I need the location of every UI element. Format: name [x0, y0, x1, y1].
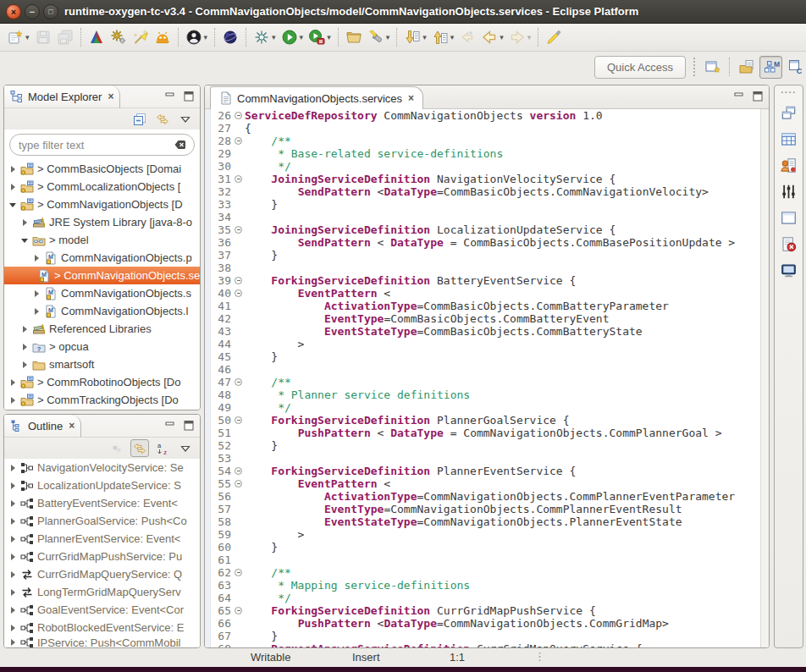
tree-item[interactable]: smartsoft [4, 355, 200, 373]
tree-item[interactable]: JRE System Library [java-8-o [4, 213, 200, 231]
minimize-view-icon[interactable] [732, 90, 746, 103]
table-view-button[interactable] [779, 129, 799, 149]
tree-item[interactable]: MCommNavigationObjects.s [4, 284, 200, 302]
code-editor[interactable]: 26ServiceDefRepository CommNavigationObj… [205, 109, 760, 647]
chevron-down-icon[interactable]: ▾ [327, 33, 331, 41]
build-button[interactable] [108, 27, 129, 47]
fold-marker-icon[interactable] [233, 173, 245, 185]
chevron-down-icon[interactable]: ▾ [386, 33, 390, 41]
debug-button[interactable]: ▾ [251, 27, 278, 47]
close-window-button[interactable]: × [6, 4, 21, 19]
previous-annotation-button[interactable]: ▾ [430, 27, 456, 47]
tree-item[interactable]: PlannerEventService: Event< [4, 530, 200, 548]
fold-marker-icon[interactable] [233, 223, 245, 236]
chevron-collapsed-icon[interactable] [8, 480, 19, 492]
maximize-view-icon[interactable] [182, 90, 196, 103]
chevron-down-icon[interactable]: ▾ [527, 33, 532, 41]
web-browser-button[interactable] [220, 27, 240, 47]
tree-item[interactable]: CurrGridMapQueryService: Q [4, 565, 200, 583]
cpp-perspective-button[interactable]: C [784, 56, 806, 79]
chevron-down-icon[interactable]: ▾ [204, 33, 208, 41]
close-icon[interactable]: × [108, 91, 113, 102]
sort-button[interactable]: az [153, 439, 172, 457]
tree-item[interactable]: > CommLocalizationObjects [ [4, 178, 200, 196]
chevron-down-icon[interactable]: ▾ [25, 33, 30, 41]
search-button[interactable]: ▾ [366, 27, 392, 47]
chevron-collapsed-icon[interactable] [19, 341, 31, 353]
tree-item[interactable]: ?> opcua [4, 338, 200, 355]
user-profile-button[interactable]: ▾ [184, 27, 210, 47]
chevron-collapsed-icon[interactable] [8, 587, 19, 598]
chevron-down-icon[interactable]: ▾ [300, 33, 304, 41]
close-icon[interactable]: × [408, 93, 414, 103]
tree-item[interactable]: PlannerGoalService: Push<Co [4, 512, 200, 530]
minimize-view-icon[interactable] [163, 419, 177, 432]
robot-button[interactable] [152, 27, 173, 47]
window-view-button[interactable] [779, 207, 799, 228]
chevron-collapsed-icon[interactable] [8, 515, 19, 527]
link-with-editor-button[interactable] [130, 439, 149, 457]
chevron-expanded-icon[interactable] [19, 234, 31, 246]
tree-item[interactable]: CurrGridMapPushService: Pu [4, 548, 200, 565]
chevron-collapsed-icon[interactable] [8, 394, 19, 406]
collapse-all-button[interactable] [130, 110, 149, 128]
filter-input[interactable] [17, 138, 174, 152]
tree-item[interactable]: GoalEventService: Event<Cor [4, 601, 200, 619]
chevron-collapsed-icon[interactable] [8, 551, 19, 563]
tree-item[interactable]: RobotBlockedEventService: E [4, 619, 200, 636]
chevron-collapsed-icon[interactable] [19, 359, 31, 371]
filters-view-button[interactable] [779, 181, 799, 201]
fold-marker-icon[interactable] [233, 135, 245, 147]
close-icon[interactable]: × [69, 421, 75, 431]
tree-item[interactable]: LongTermGridMapQueryServ [4, 583, 200, 601]
quick-access-button[interactable]: Quick Access [594, 56, 686, 79]
chevron-collapsed-icon[interactable] [8, 377, 19, 388]
chevron-collapsed-icon[interactable] [31, 252, 43, 264]
fast-view-bar-grip[interactable]: ···· [781, 88, 797, 96]
highlighter-button[interactable] [544, 27, 564, 47]
resource-perspective-button[interactable] [735, 56, 758, 79]
fold-marker-icon[interactable] [233, 465, 245, 477]
run-button[interactable]: ▾ [279, 27, 306, 47]
tree-item[interactable]: NavigationVelocityService: Se [4, 459, 200, 476]
modeling-perspective-button[interactable]: M [759, 56, 782, 79]
back-button[interactable]: ▾ [479, 27, 505, 47]
tree-item[interactable]: BatteryEventService: Event< [4, 494, 200, 512]
fold-marker-icon[interactable] [233, 109, 245, 122]
tree-item[interactable]: LocalizationUpdateService: S [4, 476, 200, 494]
tree-item[interactable]: MCommNavigationObjects.p [4, 249, 200, 267]
chevron-down-icon[interactable]: ▾ [450, 33, 455, 41]
chevron-collapsed-icon[interactable] [19, 323, 31, 335]
tab-outline[interactable]: Outline × [4, 415, 81, 438]
tree-item[interactable]: Referenced Libraries [4, 320, 200, 338]
chevron-collapsed-icon[interactable] [8, 181, 19, 193]
chevron-collapsed-icon[interactable] [8, 533, 19, 545]
tree-item[interactable]: > CommBasicObjects [Domai [4, 160, 200, 178]
minimize-window-button[interactable]: − [25, 4, 40, 19]
chevron-collapsed-icon[interactable] [31, 288, 43, 300]
tree-item[interactable]: > CommRobotinoObjects [Do [4, 373, 200, 391]
run-external-button[interactable]: ▾ [306, 27, 333, 47]
new-wizard-button[interactable]: ▾ [5, 27, 31, 47]
fold-marker-icon[interactable] [233, 414, 245, 427]
chevron-down-icon[interactable]: ▾ [500, 33, 504, 41]
fold-marker-icon[interactable] [233, 376, 245, 388]
smartmdsd-button[interactable] [86, 27, 107, 47]
overview-ruler[interactable] [760, 109, 769, 647]
chevron-collapsed-icon[interactable] [8, 498, 19, 510]
minimize-view-icon[interactable] [163, 90, 177, 103]
chevron-down-icon[interactable]: ▾ [422, 33, 427, 41]
chevron-collapsed-icon[interactable] [8, 163, 19, 175]
tree-item[interactable]: MCommNavigationObjects.l [4, 302, 200, 320]
chevron-collapsed-icon[interactable] [19, 217, 31, 229]
tree-item[interactable]: > CommNavigationObjects [D [4, 196, 200, 213]
tree-item[interactable]: > CommTrackingObjects [Do [4, 391, 200, 409]
fold-marker-icon[interactable] [233, 274, 245, 287]
error-log-view-button[interactable] [779, 234, 799, 254]
console-view-button[interactable] [779, 260, 799, 280]
chevron-collapsed-icon[interactable] [31, 306, 43, 317]
restore-views-button[interactable] [779, 102, 799, 123]
tree-item[interactable]: IPService: Push<CommMobil [4, 636, 200, 647]
chevron-collapsed-icon[interactable] [8, 569, 19, 581]
chevron-expanded-icon[interactable] [8, 199, 19, 211]
